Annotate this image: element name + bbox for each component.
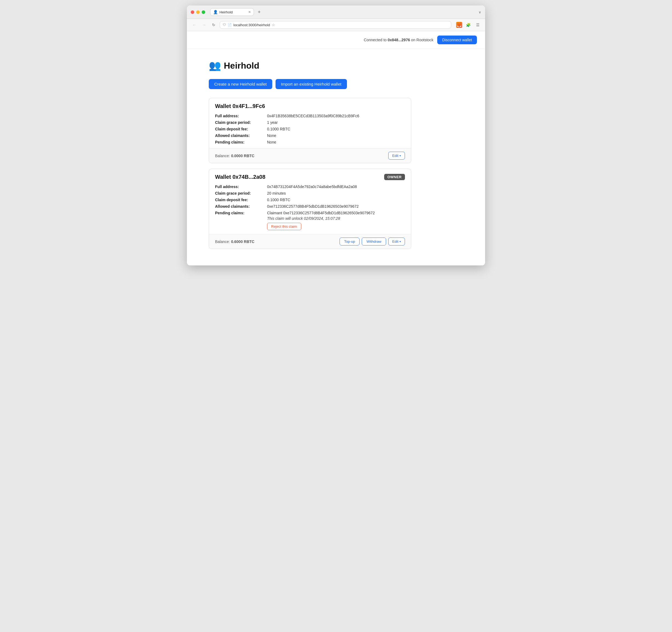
wallet-1-fields: Full address: 0x4F1B35638bE5CECd3B113503… [215,114,405,144]
owner-badge: OWNER [384,174,405,180]
browser-tab[interactable]: 👤 Heirhold ✕ [210,8,254,16]
back-button[interactable]: ← [191,22,198,28]
wallet-1-grace-period-value: 1 year [267,120,278,125]
app-logo: 👥 Heirhold [209,60,411,71]
page-content: Connected to 0x848...2976 on Rootstock D… [187,31,485,266]
traffic-lights [191,10,205,14]
reject-claim-button[interactable]: Reject this claim [267,223,301,230]
wallet-1-full-address: Full address: 0x4F1B35638bE5CECd3B113503… [215,114,405,118]
wallet-2-balance-label: Balance: 0.6000 RBTC [215,239,255,244]
wallet-2-full-address: Full address: 0x74B731204F4A5de792a0c74a… [215,184,405,189]
wallet-2-title: Wallet 0x74B...2a08 [215,174,265,180]
wallet-2-footer: Balance: 0.6000 RBTC Top-up Withdraw Edi… [209,234,411,249]
app-logo-icon: 👥 [209,60,221,71]
url-bar[interactable]: 🛡 📄 localhost:3000/heirhold ☆ [220,21,451,29]
window-controls: ∨ [479,10,481,14]
wallet-2-topup-button[interactable]: Top-up [340,237,360,246]
create-wallet-button[interactable]: Create a new Heirhold wallet [209,79,272,89]
new-tab-button[interactable]: + [256,9,262,16]
forward-button[interactable]: → [200,22,208,28]
wallet-2-fields: Full address: 0x74B731204F4A5de792a0c74a… [215,184,405,230]
wallet-1-title-row: Wallet 0x4F1...9Fc6 [215,103,405,109]
wallet-1-claimants: Allowed claimants: None [215,133,405,138]
main-content: 👥 Heirhold Create a new Heirhold wallet … [187,49,433,266]
url-text: localhost:3000/heirhold [233,23,270,27]
wallet-1-full-address-label: Full address: [215,114,267,118]
wallet-2-deposit-fee-value: 0.1000 RBTC [267,198,290,202]
tab-close-button[interactable]: ✕ [248,10,251,14]
wallet-1-claimants-value: None [267,133,276,138]
wallet-1-grace-period-label: Claim grace period: [215,120,267,125]
wallet-2-full-address-value: 0x74B731204F4A5de792a0c74a8abe5bdfdEAa2a… [267,184,357,189]
wallet-card-2-header: Wallet 0x74B...2a08 OWNER Full address: … [209,169,411,234]
wallet-card-2: Wallet 0x74B...2a08 OWNER Full address: … [209,169,411,249]
fullscreen-traffic-light[interactable] [202,10,205,14]
import-wallet-button[interactable]: Import an existing Heirhold wallet [275,79,347,89]
wallet-1-grace-period: Claim grace period: 1 year [215,120,405,125]
title-bar: 👤 Heirhold ✕ + ∨ [187,5,485,19]
wallet-2-full-address-label: Full address: [215,184,267,189]
wallet-2-edit-chevron: ▾ [400,240,401,243]
wallet-1-edit-button[interactable]: Edit ▾ [388,152,405,160]
wallet-1-deposit-fee: Claim deposit fee: 0.1000 RBTC [215,127,405,131]
network-suffix: on Rootstock [410,38,433,42]
refresh-button[interactable]: ↻ [210,22,217,28]
wallet-1-full-address-value: 0x4F1B35638bE5CECd3B113503a9f0C89b21cB9F… [267,114,359,118]
app-title: Heirhold [224,61,259,71]
wallet-address: 0x848...2976 [388,38,410,42]
tab-favicon: 👤 [213,10,218,14]
connection-prefix: Connected to [364,38,388,42]
wallet-2-footer-actions: Top-up Withdraw Edit ▾ [340,237,405,246]
wallet-2-claimants-value: 0xe712336C2577d8B4F5dbD1dB19626503e90796… [267,204,359,208]
wallet-2-pending-unlock: This claim will unlock 02/09/2024, 15:07… [267,216,375,221]
wallet-2-grace-period-label: Claim grace period: [215,191,267,196]
wallet-2-grace-period: Claim grace period: 20 minutes [215,191,405,196]
nav-bar: ← → ↻ 🛡 📄 localhost:3000/heirhold ☆ 🦊 🧩 … [187,19,485,31]
wallet-card-1: Wallet 0x4F1...9Fc6 Full address: 0x4F1B… [209,98,411,163]
wallet-1-footer: Balance: 0.0000 RBTC Edit ▾ [209,148,411,163]
wallet-2-pending-claimant: Claimant 0xe712336C2577d8B4F5dbD1dB19626… [267,211,375,215]
wallet-1-deposit-fee-value: 0.1000 RBTC [267,127,290,131]
browser-window: 👤 Heirhold ✕ + ∨ ← → ↻ 🛡 📄 localhost:300… [187,5,485,266]
wallet-2-grace-period-value: 20 minutes [267,191,286,196]
bookmark-button[interactable]: ☆ [272,23,275,27]
wallet-1-pending-claims: Pending claims: None [215,140,405,144]
wallet-2-withdraw-button[interactable]: Withdraw [362,237,386,246]
wallet-1-edit-label: Edit [392,154,399,158]
tab-bar: 👤 Heirhold ✕ + [210,8,475,16]
wallet-1-pending-value: None [267,140,276,144]
minimize-traffic-light[interactable] [196,10,200,14]
menu-button[interactable]: ☰ [475,22,481,28]
wallet-1-claimants-label: Allowed claimants: [215,133,267,138]
wallet-2-claimants: Allowed claimants: 0xe712336C2577d8B4F5d… [215,204,405,208]
tab-title: Heirhold [219,10,233,14]
wallet-2-deposit-fee-label: Claim deposit fee: [215,198,267,202]
wallet-2-title-row: Wallet 0x74B...2a08 OWNER [215,174,405,180]
action-buttons: Create a new Heirhold wallet Import an e… [209,79,411,89]
close-traffic-light[interactable] [191,10,194,14]
wallet-2-edit-label: Edit [392,239,399,244]
security-icon: 🛡 [223,23,226,27]
wallet-1-balance-value: 0.0000 RBTC [231,154,255,158]
wallet-2-pending-block: Claimant 0xe712336C2577d8B4F5dbD1dB19626… [267,211,375,230]
wallet-1-balance-label: Balance: 0.0000 RBTC [215,154,255,158]
wallet-1-pending-label: Pending claims: [215,140,267,144]
wallet-2-balance-value: 0.6000 RBTC [231,239,255,244]
wallet-2-deposit-fee: Claim deposit fee: 0.1000 RBTC [215,198,405,202]
wallet-2-edit-button[interactable]: Edit ▾ [388,237,405,246]
wallet-2-pending-label: Pending claims: [215,211,267,215]
connection-info: Connected to 0x848...2976 on Rootstock [364,38,434,42]
page-header-bar: Connected to 0x848...2976 on Rootstock D… [187,31,485,49]
wallet-1-footer-actions: Edit ▾ [388,152,405,160]
wallet-1-title: Wallet 0x4F1...9Fc6 [215,103,265,109]
wallet-2-claimants-label: Allowed claimants: [215,204,267,208]
nav-right: 🦊 🧩 ☰ [456,22,481,28]
wallet-1-edit-chevron: ▾ [400,154,401,157]
extensions-button[interactable]: 🧩 [464,22,472,28]
disconnect-wallet-button[interactable]: Disconnect wallet [437,35,477,44]
wallet-card-1-header: Wallet 0x4F1...9Fc6 Full address: 0x4F1B… [209,98,411,148]
metamask-extension-icon[interactable]: 🦊 [456,22,462,28]
wallet-1-deposit-fee-label: Claim deposit fee: [215,127,267,131]
wallet-2-pending-claims: Pending claims: Claimant 0xe712336C2577d… [215,211,405,230]
page-icon: 📄 [227,23,232,27]
